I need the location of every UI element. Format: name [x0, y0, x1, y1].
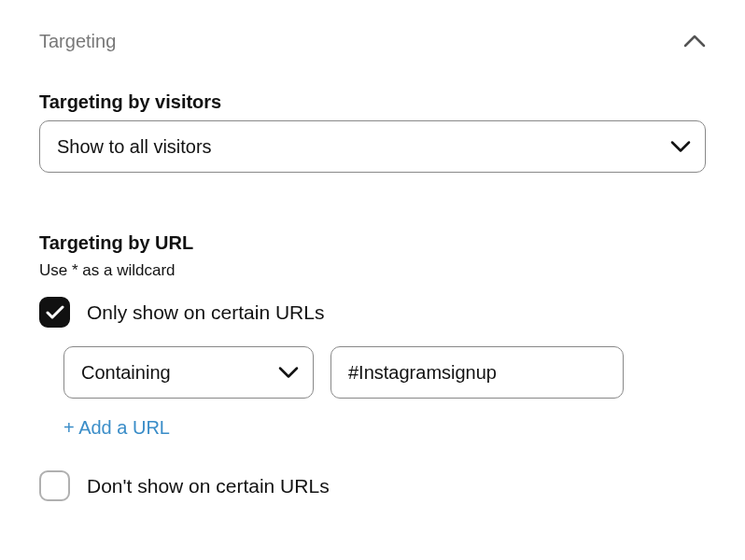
dont-show-urls-checkbox[interactable] — [39, 470, 70, 501]
url-rule-row: Containing — [39, 346, 706, 399]
dont-show-urls-label: Don't show on certain URLs — [87, 475, 330, 497]
chevron-up-icon — [683, 35, 706, 48]
show-on-urls-row: Only show on certain URLs — [39, 297, 706, 328]
visitors-select[interactable]: Show to all visitors — [39, 120, 706, 173]
url-section: Targeting by URL Use * as a wildcard Onl… — [39, 232, 706, 501]
url-condition-select[interactable]: Containing — [63, 346, 314, 399]
dont-show-urls-row: Don't show on certain URLs — [39, 470, 706, 501]
section-title: Targeting — [39, 31, 116, 52]
collapse-toggle[interactable] — [683, 30, 706, 52]
section-header: Targeting — [39, 30, 706, 52]
show-on-urls-checkbox[interactable] — [39, 297, 70, 328]
url-condition-control[interactable]: Containing — [63, 346, 314, 399]
visitors-select-control[interactable]: Show to all visitors — [39, 120, 706, 173]
add-url-link[interactable]: + Add a URL — [39, 417, 706, 439]
checkmark-icon — [46, 305, 64, 320]
url-label: Targeting by URL — [39, 232, 706, 254]
visitors-label: Targeting by visitors — [39, 91, 706, 113]
visitors-field: Targeting by visitors Show to all visito… — [39, 91, 706, 173]
show-on-urls-label: Only show on certain URLs — [87, 301, 324, 324]
url-value-input[interactable] — [330, 346, 624, 399]
url-hint: Use * as a wildcard — [39, 261, 706, 280]
